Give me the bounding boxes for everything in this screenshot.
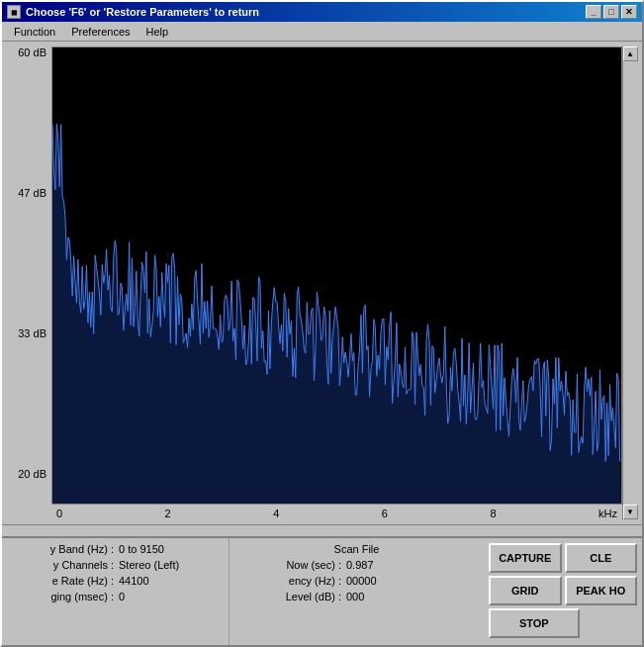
clear-button[interactable]: CLE bbox=[565, 543, 638, 573]
spectrum-container: 60 dB 47 dB 33 dB 20 dB 0 2 4 6 bbox=[7, 46, 622, 519]
btn-row-3: STOP bbox=[489, 608, 637, 638]
title-bar-left: ◼ Choose 'F6' or 'Restore Parameters' to… bbox=[7, 5, 259, 19]
label-now: Now (sec) : bbox=[237, 559, 346, 571]
peak-hold-button[interactable]: PEAK HO bbox=[565, 576, 638, 605]
y-label-60: 60 dB bbox=[7, 46, 46, 58]
scan-file-label: Scan File bbox=[334, 543, 380, 555]
y-label-20: 20 dB bbox=[7, 468, 46, 480]
maximize-button[interactable]: □ bbox=[603, 5, 619, 19]
stop-button[interactable]: STOP bbox=[489, 608, 580, 638]
y-axis-labels: 60 dB 47 dB 33 dB 20 dB bbox=[7, 46, 51, 505]
btn-row-2: GRID PEAK HO bbox=[489, 576, 637, 605]
value-now: 0.987 bbox=[346, 559, 374, 571]
menu-bar: Function Preferences Help bbox=[2, 22, 642, 42]
value-channels: Stereo (Left) bbox=[119, 559, 179, 571]
x-label-khz: kHz bbox=[598, 508, 617, 519]
right-scrollbar: ▲ ▼ bbox=[622, 46, 637, 519]
bottom-panel: y Band (Hz) : 0 to 9150 y Channels : Ste… bbox=[2, 536, 642, 645]
info-row-level: Level (dB) : 000 bbox=[237, 591, 476, 602]
x-axis-labels: 0 2 4 6 8 kHz bbox=[51, 508, 622, 519]
value-aging: 0 bbox=[119, 591, 125, 602]
horizontal-scrollbar[interactable] bbox=[2, 526, 642, 536]
spectrum-chart bbox=[51, 46, 622, 505]
spectrum-canvas bbox=[52, 47, 621, 504]
label-freq: ency (Hz) : bbox=[237, 575, 346, 587]
x-label-2: 2 bbox=[165, 508, 171, 519]
x-label-6: 6 bbox=[382, 508, 388, 519]
label-band: y Band (Hz) : bbox=[10, 543, 119, 555]
info-row-rate: e Rate (Hz) : 44100 bbox=[10, 575, 221, 587]
value-freq: 00000 bbox=[346, 575, 377, 587]
scroll-track[interactable] bbox=[623, 61, 638, 505]
label-aging: ging (msec) : bbox=[10, 591, 119, 602]
value-level: 000 bbox=[346, 591, 364, 602]
title-buttons: _ □ ✕ bbox=[586, 5, 637, 19]
info-row-channels: y Channels : Stereo (Left) bbox=[10, 559, 221, 571]
label-channels: y Channels : bbox=[10, 559, 119, 571]
menu-help[interactable]: Help bbox=[138, 24, 177, 40]
y-label-33: 33 dB bbox=[7, 327, 46, 339]
x-label-0: 0 bbox=[56, 508, 62, 519]
bottom-left-info: y Band (Hz) : 0 to 9150 y Channels : Ste… bbox=[2, 538, 230, 645]
minimize-button[interactable]: _ bbox=[586, 5, 601, 19]
label-rate: e Rate (Hz) : bbox=[10, 575, 119, 587]
chart-with-yaxis: 60 dB 47 dB 33 dB 20 dB bbox=[7, 46, 622, 505]
label-level: Level (dB) : bbox=[237, 591, 346, 602]
button-panel: CAPTURE CLE GRID PEAK HO STOP bbox=[484, 538, 642, 645]
x-axis-row: 0 2 4 6 8 kHz bbox=[51, 505, 622, 519]
main-area: 60 dB 47 dB 33 dB 20 dB 0 2 4 6 bbox=[2, 42, 642, 645]
horizontal-scroll-area bbox=[2, 524, 642, 536]
y-label-47: 47 dB bbox=[7, 187, 46, 199]
bottom-right-info: Scan File Now (sec) : 0.987 ency (Hz) : … bbox=[230, 538, 484, 645]
info-row-freq: ency (Hz) : 00000 bbox=[237, 575, 476, 587]
value-rate: 44100 bbox=[119, 575, 149, 587]
value-band: 0 to 9150 bbox=[119, 543, 164, 555]
capture-button[interactable]: CAPTURE bbox=[489, 543, 562, 573]
scroll-up-arrow[interactable]: ▲ bbox=[623, 46, 638, 61]
scan-file-header: Scan File bbox=[237, 543, 476, 555]
window-title: Choose 'F6' or 'Restore Parameters' to r… bbox=[26, 6, 259, 18]
btn-row-1: CAPTURE CLE bbox=[489, 543, 637, 573]
menu-function[interactable]: Function bbox=[6, 24, 63, 40]
spectrum-area: 60 dB 47 dB 33 dB 20 dB 0 2 4 6 bbox=[2, 42, 642, 524]
grid-button[interactable]: GRID bbox=[489, 576, 562, 605]
bottom-info-area: y Band (Hz) : 0 to 9150 y Channels : Ste… bbox=[2, 538, 484, 645]
info-row-aging: ging (msec) : 0 bbox=[10, 591, 221, 602]
scroll-down-arrow[interactable]: ▼ bbox=[623, 505, 638, 519]
x-label-8: 8 bbox=[490, 508, 496, 519]
x-label-4: 4 bbox=[273, 508, 279, 519]
info-row-band: y Band (Hz) : 0 to 9150 bbox=[10, 543, 221, 555]
window-icon: ◼ bbox=[7, 5, 21, 19]
info-row-now: Now (sec) : 0.987 bbox=[237, 559, 476, 571]
title-bar: ◼ Choose 'F6' or 'Restore Parameters' to… bbox=[2, 2, 642, 22]
close-button[interactable]: ✕ bbox=[621, 5, 637, 19]
main-window: ◼ Choose 'F6' or 'Restore Parameters' to… bbox=[0, 0, 644, 647]
menu-preferences[interactable]: Preferences bbox=[63, 24, 138, 40]
